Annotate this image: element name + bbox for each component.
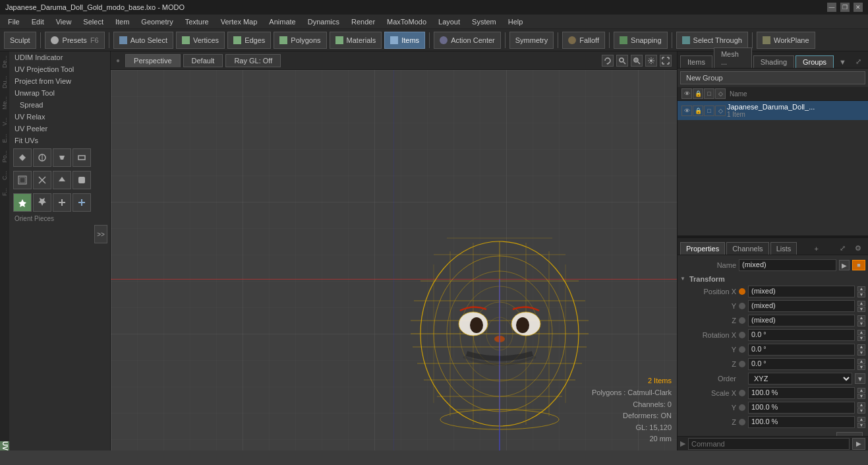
- vertices-button[interactable]: Vertices: [176, 32, 225, 49]
- pos-y-value[interactable]: (mixed): [748, 300, 855, 312]
- tool-uv-projection[interactable]: UV Projection Tool: [9, 63, 110, 75]
- vp-tab-raygl[interactable]: Ray GL: Off: [225, 54, 281, 67]
- name-value[interactable]: (mixed): [739, 259, 836, 271]
- item-eye-icon[interactable]: 👁: [681, 106, 692, 116]
- scale-z-up[interactable]: ▲: [857, 417, 865, 422]
- scale-x-dot[interactable]: [739, 390, 745, 396]
- side-tab-v[interactable]: V...: [0, 113, 9, 130]
- close-button[interactable]: ✕: [854, 3, 863, 12]
- symmetry-button[interactable]: Symmetry: [509, 32, 554, 49]
- pos-y-down[interactable]: ▼: [857, 307, 865, 312]
- sculpt-button[interactable]: Sculpt: [4, 32, 36, 49]
- rot-y-down[interactable]: ▼: [857, 350, 865, 356]
- menu-help[interactable]: Help: [503, 16, 529, 27]
- order-expand[interactable]: ▼: [855, 373, 865, 384]
- icon-btn-5[interactable]: [13, 171, 32, 189]
- pos-x-dot[interactable]: [739, 288, 745, 295]
- pos-x-value[interactable]: (mixed): [748, 286, 855, 297]
- pos-z-up[interactable]: ▲: [857, 315, 865, 321]
- pos-z-dot[interactable]: [739, 317, 745, 324]
- tool-udim[interactable]: UDIM Indicator: [9, 51, 110, 63]
- item-render-icon[interactable]: □: [704, 106, 714, 116]
- scale-y-down[interactable]: ▼: [857, 408, 865, 414]
- menu-system[interactable]: System: [467, 16, 502, 27]
- menu-select[interactable]: Select: [78, 16, 109, 27]
- vp-icon-search[interactable]: [616, 55, 628, 67]
- icon-btn-3[interactable]: [53, 148, 71, 167]
- pos-y-up[interactable]: ▲: [857, 301, 865, 306]
- viewport[interactable]: ● Perspective Default Ray GL: Off: [111, 51, 677, 450]
- tool-uv-peeler[interactable]: UV Peeler: [9, 123, 110, 135]
- snapping-button[interactable]: Snapping: [614, 32, 668, 49]
- minimize-button[interactable]: —: [827, 3, 836, 12]
- rot-y-dot[interactable]: [739, 346, 745, 353]
- tab-items[interactable]: Items: [680, 55, 712, 68]
- workplane-button[interactable]: WorkPlane: [757, 32, 815, 49]
- name-btn[interactable]: ■: [852, 260, 865, 270]
- restore-button[interactable]: ❐: [840, 3, 850, 12]
- cmd-submit[interactable]: ▶: [852, 438, 865, 450]
- scale-y-value[interactable]: 100.0 %: [748, 402, 855, 414]
- item-viewport-icon[interactable]: ◇: [715, 106, 726, 116]
- side-tab-f[interactable]: F...: [0, 184, 9, 200]
- scale-x-down[interactable]: ▼: [857, 394, 865, 399]
- rot-x-down[interactable]: ▼: [857, 336, 865, 341]
- menu-view[interactable]: View: [51, 16, 77, 27]
- icon-btn-4[interactable]: [72, 148, 91, 167]
- command-input[interactable]: [688, 438, 850, 450]
- prop-expand[interactable]: ⤢: [836, 242, 850, 255]
- scale-z-value[interactable]: 100.0 %: [748, 416, 855, 428]
- edges-button[interactable]: Edges: [227, 32, 271, 49]
- eye-icon[interactable]: 👁: [681, 88, 692, 99]
- vp-icon-settings[interactable]: [645, 55, 657, 67]
- pos-x-down[interactable]: ▼: [857, 292, 865, 297]
- expand-button[interactable]: >>: [94, 225, 107, 243]
- menu-maxtomodo[interactable]: MaxToModo: [382, 16, 432, 27]
- icon-btn-12[interactable]: [72, 193, 91, 212]
- rot-z-down[interactable]: ▼: [857, 365, 865, 370]
- side-tab-po[interactable]: Po...: [0, 146, 9, 167]
- viewport-toggle[interactable]: ●: [116, 57, 120, 64]
- tab-mesh[interactable]: Mesh ...: [714, 47, 752, 68]
- prop-tab-lists[interactable]: Lists: [770, 242, 797, 255]
- rot-y-up[interactable]: ▲: [857, 344, 865, 350]
- tab-expand[interactable]: ⤢: [852, 55, 865, 68]
- scale-y-up[interactable]: ▲: [857, 402, 865, 408]
- menu-animate[interactable]: Animate: [264, 16, 301, 27]
- pos-z-value[interactable]: (mixed): [748, 315, 855, 326]
- prop-tab-properties[interactable]: Properties: [680, 242, 725, 255]
- scale-z-down[interactable]: ▼: [857, 423, 865, 428]
- icon-btn-2[interactable]: [33, 148, 51, 167]
- viewport-icon[interactable]: ◇: [715, 88, 726, 99]
- new-group-button[interactable]: New Group: [680, 71, 865, 84]
- falloff-button[interactable]: Falloff: [562, 32, 605, 49]
- scale-x-up[interactable]: ▲: [857, 388, 865, 393]
- menu-item[interactable]: Item: [110, 16, 134, 27]
- rot-x-up[interactable]: ▲: [857, 330, 865, 335]
- vp-tab-perspective[interactable]: Perspective: [125, 54, 180, 67]
- icon-btn-10[interactable]: [33, 193, 51, 212]
- viewport-3d[interactable]: 2 Items Polygons : Catmull-Clark Channel…: [111, 70, 677, 450]
- menu-texture[interactable]: Texture: [180, 16, 214, 27]
- rot-z-value[interactable]: 0.0 °: [748, 358, 855, 370]
- pos-z-down[interactable]: ▼: [857, 321, 865, 326]
- icon-btn-8[interactable]: [72, 171, 91, 189]
- vp-icon-fullscreen[interactable]: [660, 55, 672, 67]
- rot-z-dot[interactable]: [739, 361, 745, 367]
- items-button[interactable]: Items: [384, 32, 425, 49]
- prop-tab-add[interactable]: +: [810, 243, 822, 255]
- transform-section[interactable]: Transform: [680, 272, 865, 284]
- rot-x-value[interactable]: 0.0 °: [748, 329, 855, 341]
- rot-x-dot[interactable]: [739, 332, 745, 338]
- menu-edit[interactable]: Edit: [26, 16, 49, 27]
- item-row-daruma[interactable]: 👁 🔒 □ ◇ Japanese_Daruma_Doll_... 1 Item: [678, 101, 868, 120]
- icon-btn-1[interactable]: [13, 148, 32, 167]
- auto-select-button[interactable]: Auto Select: [113, 32, 173, 49]
- menu-file[interactable]: File: [3, 16, 25, 27]
- tool-spread[interactable]: Spread: [9, 99, 110, 111]
- name-expand[interactable]: ▶: [839, 260, 850, 270]
- side-tab-du[interactable]: Du...: [0, 72, 9, 92]
- icon-btn-9[interactable]: [13, 193, 32, 212]
- menu-geometry[interactable]: Geometry: [136, 16, 178, 27]
- menu-render[interactable]: Render: [346, 16, 380, 27]
